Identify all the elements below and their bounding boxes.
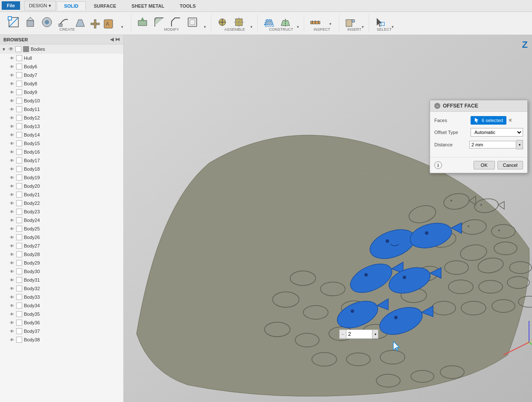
browser-body-item[interactable]: 👁 Body26 <box>0 233 123 242</box>
browser-body-item[interactable]: 👁 Body32 <box>0 284 123 293</box>
eye-icon[interactable]: 👁 <box>9 328 15 335</box>
bodies-eye[interactable]: 👁 <box>8 46 15 52</box>
item-checkbox[interactable] <box>16 183 22 189</box>
distance-arrow-button[interactable]: ▾ <box>516 140 523 149</box>
item-checkbox[interactable] <box>16 303 22 309</box>
browser-body-item[interactable]: 👁 Body12 <box>0 114 123 122</box>
offset-type-select[interactable]: Automatic New Offset Intersect <box>471 128 523 137</box>
eye-icon[interactable]: 👁 <box>9 302 15 309</box>
item-checkbox[interactable] <box>16 268 22 274</box>
eye-icon[interactable]: 👁 <box>9 55 15 61</box>
eye-icon[interactable]: 👁 <box>9 319 15 326</box>
eye-icon[interactable]: 👁 <box>9 225 15 232</box>
browser-body-item[interactable]: 👁 Body36 <box>0 318 123 327</box>
browser-body-item[interactable]: 👁 Body7 <box>0 71 123 79</box>
extrude-button[interactable] <box>23 15 38 30</box>
ok-button[interactable]: OK <box>474 161 495 169</box>
item-checkbox[interactable] <box>16 311 22 317</box>
viewport[interactable]: Z ↔ 2 ▾ – OFFSET FACE Faces <box>124 35 532 402</box>
browser-body-item[interactable]: 👁 Body9 <box>0 88 123 96</box>
item-checkbox[interactable] <box>16 209 22 215</box>
item-checkbox[interactable] <box>16 328 22 334</box>
design-button[interactable]: DESIGN ▾ <box>24 1 56 11</box>
eye-icon[interactable]: 👁 <box>9 234 15 241</box>
rib-button[interactable] <box>89 18 101 30</box>
browser-body-item[interactable]: 👁 Body23 <box>0 207 123 216</box>
item-checkbox[interactable] <box>16 132 22 138</box>
eye-icon[interactable]: 👁 <box>9 72 15 79</box>
item-checkbox[interactable] <box>16 64 22 70</box>
eye-icon[interactable]: 👁 <box>9 149 15 155</box>
eye-icon[interactable]: 👁 <box>9 63 15 70</box>
browser-body-item[interactable]: 👁 Body16 <box>0 148 123 156</box>
item-checkbox[interactable] <box>16 98 22 104</box>
insert-more-button[interactable]: ▾ <box>362 25 364 29</box>
eye-icon[interactable]: 👁 <box>9 89 15 96</box>
press-pull-button[interactable] <box>135 15 150 30</box>
eye-icon[interactable]: 👁 <box>9 157 15 164</box>
distance-input[interactable] <box>469 141 516 149</box>
construct-more-button[interactable]: ▾ <box>297 25 299 29</box>
browser-body-item[interactable]: 👁 Body13 <box>0 122 123 131</box>
browser-body-item[interactable]: 👁 Body14 <box>0 131 123 139</box>
faces-selected-button[interactable]: 6 selected <box>471 116 506 125</box>
item-checkbox[interactable] <box>16 320 22 326</box>
browser-body-item[interactable]: 👁 Body11 <box>0 105 123 114</box>
info-button[interactable]: ℹ <box>434 161 442 169</box>
tab-tools[interactable]: TOOLS <box>172 1 203 10</box>
create-more-button[interactable]: ▾ <box>121 25 123 29</box>
eye-icon[interactable]: 👁 <box>9 183 15 189</box>
browser-body-item[interactable]: 👁 Body19 <box>0 173 123 182</box>
cancel-button[interactable]: Cancel <box>497 161 523 169</box>
eye-icon[interactable]: 👁 <box>9 114 15 121</box>
browser-body-item[interactable]: 👁 Body18 <box>0 165 123 173</box>
browser-body-item[interactable]: 👁 Body33 <box>0 293 123 301</box>
eye-icon[interactable]: 👁 <box>9 106 15 113</box>
eye-icon[interactable]: 👁 <box>9 242 15 249</box>
tab-solid[interactable]: SOLID <box>57 1 86 10</box>
browser-body-item[interactable]: 👁 Body8 <box>0 79 123 88</box>
new-sketch-button[interactable] <box>6 15 21 30</box>
dialog-minimize-button[interactable]: – <box>434 103 440 109</box>
browser-body-item[interactable]: 👁 Body6 <box>0 62 123 71</box>
item-checkbox[interactable] <box>16 260 22 266</box>
browser-body-item[interactable]: 👁 Body28 <box>0 250 123 259</box>
browser-body-item[interactable]: 👁 Body24 <box>0 216 123 224</box>
item-checkbox[interactable] <box>16 72 22 78</box>
item-checkbox[interactable] <box>16 157 22 163</box>
emboss-button[interactable]: A <box>102 18 114 30</box>
browser-body-item[interactable]: 👁 Body29 <box>0 259 123 267</box>
bodies-checkbox[interactable] <box>15 46 21 52</box>
eye-icon[interactable]: 👁 <box>9 191 15 198</box>
browser-collapse-button[interactable]: ◀ <box>110 37 113 42</box>
item-checkbox[interactable] <box>16 251 22 257</box>
eye-icon[interactable]: 👁 <box>9 123 15 130</box>
assemble-more-button[interactable]: ▾ <box>250 25 253 29</box>
shell-button[interactable] <box>185 15 200 30</box>
browser-body-item[interactable]: 👁 Body37 <box>0 327 123 335</box>
browser-body-item[interactable]: 👁 Body25 <box>0 224 123 233</box>
eye-icon[interactable]: 👁 <box>9 285 15 292</box>
eye-icon[interactable]: 👁 <box>9 311 15 318</box>
item-checkbox[interactable] <box>16 226 22 232</box>
item-checkbox[interactable] <box>16 166 22 172</box>
eye-icon[interactable]: 👁 <box>9 200 15 207</box>
item-checkbox[interactable] <box>16 277 22 283</box>
item-checkbox[interactable] <box>16 294 22 300</box>
eye-icon[interactable]: 👁 <box>9 80 15 87</box>
item-checkbox[interactable] <box>16 337 22 343</box>
item-checkbox[interactable] <box>16 285 22 291</box>
bodies-header[interactable]: ▼ 👁 Bodies <box>0 44 123 54</box>
item-checkbox[interactable] <box>16 217 22 223</box>
item-checkbox[interactable] <box>16 234 22 240</box>
select-more-button[interactable]: ▾ <box>392 25 394 29</box>
tab-sheet-metal[interactable]: SHEET METAL <box>124 1 172 10</box>
eye-icon[interactable]: 👁 <box>9 174 15 181</box>
eye-icon[interactable]: 👁 <box>9 277 15 283</box>
item-checkbox[interactable] <box>16 55 22 61</box>
browser-body-item[interactable]: 👁 Body38 <box>0 335 123 344</box>
item-checkbox[interactable] <box>16 200 22 206</box>
eye-icon[interactable]: 👁 <box>9 140 15 147</box>
eye-icon[interactable]: 👁 <box>9 336 15 343</box>
eye-icon[interactable]: 👁 <box>9 251 15 258</box>
